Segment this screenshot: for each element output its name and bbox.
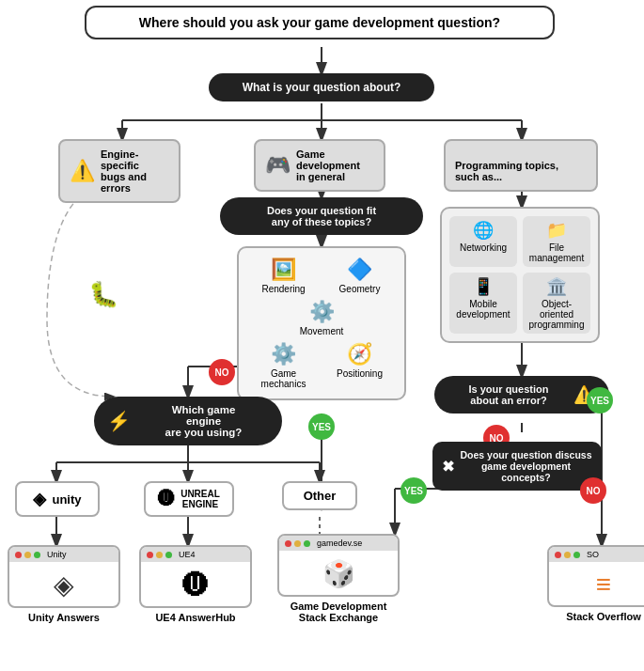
topic-yes-badge: YES <box>308 414 335 440</box>
title-box: Where should you ask your game developme… <box>85 6 555 39</box>
ue4-icon: 🅤 <box>182 570 209 600</box>
oop-icon: 🏛️ <box>546 276 567 297</box>
gamedev-x-icon: ✖ <box>442 458 454 476</box>
geometry-icon: 🔷 <box>347 257 372 282</box>
topic-rendering: 🖼️ Rendering <box>248 257 319 294</box>
unreal-logo-node: 🅤 UNREAL ENGINE <box>144 481 234 517</box>
concepts-yes-badge: YES <box>401 477 427 504</box>
stackoverflow-dest: SO ≡ Stack Overflow <box>547 545 644 622</box>
other-node: Other <box>282 481 357 510</box>
unreal-logo-icon: 🅤 <box>158 490 175 509</box>
error-yes-badge: YES <box>587 387 613 414</box>
gamedev-label: Game development in general <box>296 148 374 182</box>
prog-files: 📁 File management <box>523 216 590 267</box>
prog-oop: 🏛️ Object-oriented programming <box>523 273 590 334</box>
topics-question-node: Does your question fit any of these topi… <box>220 197 423 235</box>
gamepad-icon: 🎮 <box>265 153 291 178</box>
networking-icon: 🌐 <box>473 220 494 241</box>
gamedev-se-dest: gamedev.se 🎲 Game Development Stack Exch… <box>277 534 400 623</box>
warning-icon: ⚠️ <box>70 159 95 183</box>
movement-icon: ⚙️ <box>309 300 335 324</box>
topic-game-mechanics: ⚙️ Game mechanics <box>248 342 319 389</box>
bug-character: 🐛 <box>88 280 118 309</box>
unity-logo-icon: ◈ <box>33 489 46 509</box>
engine-question-node: ⚡ Which game engine are you using? <box>94 397 282 445</box>
so-icon: ≡ <box>596 570 611 599</box>
positioning-icon: 🧭 <box>347 342 372 367</box>
topic-box-node: 🖼️ Rendering 🔷 Geometry ⚙️ Movement ⚙️ G… <box>237 246 406 400</box>
prog-networking: 🌐 Networking <box>449 216 517 267</box>
bugs-branch-node: ⚠️ Engine-specific bugs and errors <box>58 139 181 203</box>
main-question-node: What is your question about? <box>209 73 434 101</box>
mobile-icon: 📱 <box>473 276 494 297</box>
unity-answers-dest: Unity ◈ Unity Answers <box>8 545 120 623</box>
unity-answers-icon: ◈ <box>54 570 74 600</box>
topic-movement: ⚙️ Movement <box>248 300 395 336</box>
topic-no-badge: NO <box>209 359 235 385</box>
prog-mobile: 📱 Mobile development <box>449 273 517 334</box>
flowchart: Where should you ask your game developme… <box>0 0 644 671</box>
files-icon: 📁 <box>546 220 567 241</box>
error-question-node: Is your question about an error? ⚠️ <box>434 376 609 414</box>
concepts-no-badge: NO <box>580 477 606 504</box>
programming-label: Programming topics, such as... <box>455 160 558 182</box>
engine-icon: ⚡ <box>107 410 131 432</box>
gamedev-concepts-node: ✖ Does your question discuss game develo… <box>432 442 602 491</box>
ue4-dest: UE4 🅤 UE4 AnswerHub <box>139 545 252 623</box>
mechanics-icon: ⚙️ <box>271 342 296 367</box>
programming-branch-node: Programming topics, such as... <box>444 139 598 192</box>
topic-geometry: 🔷 Geometry <box>324 257 395 294</box>
unity-logo-node: ◈ unity <box>15 481 100 517</box>
gamedev-branch-node: 🎮 Game development in general <box>254 139 385 192</box>
rendering-icon: 🖼️ <box>271 257 296 282</box>
prog-box-node: 🌐 Networking 📁 File management 📱 Mobile … <box>440 207 600 343</box>
gamedev-se-icon: 🎲 <box>322 559 355 588</box>
title-text: Where should you ask your game developme… <box>139 15 500 30</box>
bugs-label: Engine-specific bugs and errors <box>101 148 169 194</box>
error-question-text: Is your question about an error? <box>449 383 568 406</box>
topic-positioning: 🧭 Positioning <box>324 342 395 389</box>
